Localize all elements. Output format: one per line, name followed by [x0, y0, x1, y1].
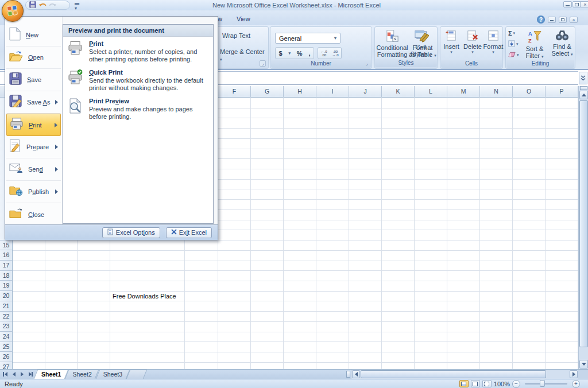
find-select-button[interactable]: Find & Select ▾ — [550, 28, 575, 57]
scroll-down-button[interactable] — [579, 360, 588, 368]
previous-sheet-button[interactable] — [10, 371, 17, 378]
column-header[interactable]: M — [447, 86, 480, 98]
number-format-select[interactable]: General▼ — [275, 33, 341, 44]
row-header[interactable]: 19 — [0, 281, 12, 291]
column-header[interactable]: O — [513, 86, 546, 98]
column-header[interactable]: H — [284, 86, 316, 98]
menu-item-open[interactable]: Open — [6, 46, 61, 69]
number-dialog-launcher[interactable]: ⌟ — [363, 61, 370, 67]
last-sheet-button[interactable] — [26, 371, 33, 378]
menu-item-new[interactable]: New — [6, 24, 61, 46]
autosum-button[interactable]: Σ▾ — [508, 29, 519, 38]
menu-item-save-as[interactable]: Save As — [6, 91, 61, 114]
sort-filter-button[interactable]: AZ Sort & Filter ▾ — [521, 28, 548, 59]
row-header[interactable]: 21 — [0, 301, 12, 312]
scroll-right-button[interactable] — [570, 370, 578, 378]
undo-icon[interactable] — [38, 0, 47, 10]
column-header[interactable]: K — [382, 86, 415, 98]
column-header[interactable]: I — [316, 86, 349, 98]
menu-item-publish[interactable]: Publish — [6, 181, 61, 203]
workbook-minimize-button[interactable] — [548, 17, 556, 23]
submenu-item-print-preview[interactable]: Print Preview Preview and make changes t… — [63, 94, 213, 123]
clear-button[interactable]: ▾ — [508, 51, 519, 60]
zoom-out-button[interactable]: − — [512, 380, 520, 388]
column-header[interactable]: N — [480, 86, 513, 98]
menu-item-close[interactable]: Close — [6, 203, 61, 226]
sheet-tab[interactable]: Sheet1 — [36, 370, 67, 379]
exit-excel-button[interactable]: Exit Excel — [166, 227, 212, 238]
menu-item-print[interactable]: Print — [6, 114, 61, 136]
workbook-close-button[interactable]: × — [570, 17, 578, 23]
tab-review-fragment[interactable]: w — [218, 15, 222, 22]
minimize-button[interactable] — [563, 1, 572, 7]
column-header[interactable]: F — [218, 86, 251, 98]
cell-styles-button[interactable]: Cell Styles ▾ — [407, 28, 435, 57]
row-header[interactable]: 17 — [0, 261, 12, 271]
vertical-split-handle[interactable] — [580, 86, 587, 90]
workbook-restore-button[interactable] — [559, 17, 567, 23]
office-menu-commands: New Open Save Save As Print Prepare — [5, 17, 63, 224]
insert-worksheet-tab[interactable] — [128, 370, 145, 379]
normal-view-button[interactable] — [459, 380, 469, 387]
row-header[interactable]: 23 — [0, 321, 12, 332]
column-header[interactable]: G — [251, 86, 284, 98]
new-document-icon — [9, 27, 21, 43]
redo-icon[interactable] — [49, 0, 57, 10]
menu-item-send[interactable]: Send — [6, 158, 61, 181]
close-button[interactable]: × — [580, 1, 588, 7]
next-sheet-button[interactable] — [18, 371, 25, 378]
sheet-tab[interactable]: Sheet2 — [67, 370, 97, 379]
row-header[interactable]: 20 — [0, 291, 12, 301]
zoom-slider[interactable] — [525, 383, 567, 385]
row-header[interactable]: 24 — [0, 332, 12, 342]
alignment-dialog-launcher[interactable]: ⌟ — [260, 60, 266, 67]
column-header[interactable]: L — [415, 86, 447, 98]
save-quick-icon[interactable] — [29, 0, 36, 10]
row-header[interactable]: 22 — [0, 312, 12, 322]
horizontal-scroll-thumb[interactable] — [361, 370, 546, 378]
menu-item-save[interactable]: Save — [6, 69, 61, 91]
sheet-tab[interactable]: Sheet3 — [98, 370, 128, 379]
zoom-level[interactable]: 100% — [494, 381, 510, 387]
decrease-decimal-icon[interactable]: .00→.0 — [330, 48, 341, 59]
tab-view[interactable]: View — [230, 14, 257, 24]
row-header[interactable]: 25 — [0, 342, 12, 352]
percent-format-button[interactable]: % — [297, 50, 303, 57]
column-header[interactable]: P — [546, 86, 578, 98]
increase-decimal-icon[interactable]: ←.0.00 — [318, 48, 330, 59]
vertical-scroll-thumb[interactable] — [579, 100, 588, 347]
row-header[interactable]: 26 — [0, 352, 12, 362]
page-layout-view-button[interactable] — [471, 380, 480, 387]
row-header[interactable]: 18 — [0, 271, 12, 281]
page-break-view-button[interactable] — [482, 380, 492, 387]
submenu-item-quick-print[interactable]: Quick Print Send the workbook directly t… — [63, 65, 213, 94]
zoom-in-button[interactable]: + — [572, 380, 580, 388]
scroll-up-button[interactable] — [579, 91, 588, 99]
row-header[interactable]: 15 — [0, 240, 12, 251]
first-sheet-button[interactable] — [2, 371, 9, 378]
format-cells-button[interactable]: Format ▾ — [483, 28, 504, 55]
column-header[interactable]: J — [349, 86, 382, 98]
wrap-text-button[interactable]: Wrap Text — [222, 32, 250, 39]
horizontal-scrollbar[interactable] — [351, 370, 578, 379]
horizontal-split-handle[interactable] — [346, 371, 350, 378]
help-button[interactable]: ? — [537, 15, 545, 24]
currency-format-button[interactable]: $ — [278, 50, 282, 57]
scroll-left-button[interactable] — [352, 370, 360, 378]
customize-qat-button[interactable]: ▬▾ — [72, 2, 82, 9]
fill-button[interactable]: ▾ — [508, 40, 519, 49]
expand-formula-bar-button[interactable] — [579, 72, 587, 84]
submenu-item-print[interactable]: Print Select a printer, number of copies… — [63, 37, 213, 65]
excel-options-button[interactable]: Excel Options — [102, 227, 160, 238]
office-button[interactable] — [2, 0, 24, 22]
menu-item-prepare[interactable]: Prepare — [6, 136, 61, 158]
row-header[interactable]: 16 — [0, 250, 12, 261]
zoom-slider-thumb[interactable] — [540, 380, 545, 387]
insert-cells-button[interactable]: Insert ▾ — [440, 28, 462, 55]
cell-value-d20[interactable]: Free Downloads Place — [113, 293, 176, 300]
row-header[interactable]: 27 — [0, 362, 12, 369]
delete-cells-button[interactable]: Delete ▾ — [462, 28, 483, 55]
submenu-arrow-icon — [55, 189, 58, 194]
comma-format-button[interactable]: , — [308, 50, 310, 57]
vertical-scrollbar[interactable] — [578, 86, 588, 369]
